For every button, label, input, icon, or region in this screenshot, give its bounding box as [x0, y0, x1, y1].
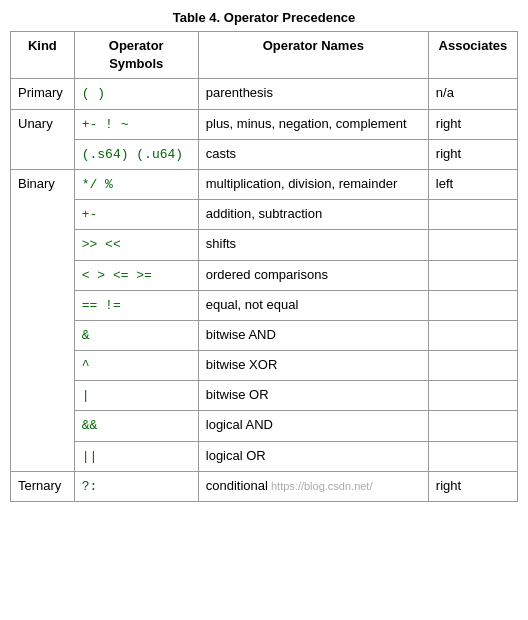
name-cell: bitwise AND — [198, 320, 428, 350]
assoc-cell — [428, 441, 517, 471]
symbol-cell: || — [74, 441, 198, 471]
name-cell: equal, not equal — [198, 290, 428, 320]
assoc-cell — [428, 260, 517, 290]
kind-cell: Primary — [11, 79, 75, 109]
assoc-cell — [428, 381, 517, 411]
col-associates: Associates — [428, 32, 517, 79]
name-cell: bitwise OR — [198, 381, 428, 411]
assoc-cell: n/a — [428, 79, 517, 109]
table-row: & bitwise AND — [11, 320, 518, 350]
assoc-cell — [428, 411, 517, 441]
kind-cell: Ternary — [11, 471, 75, 501]
name-cell: plus, minus, negation, complement — [198, 109, 428, 139]
table-row: Ternary ?: conditional https://blog.csdn… — [11, 471, 518, 501]
table-row: ^ bitwise XOR — [11, 351, 518, 381]
operator-precedence-table: Kind OperatorSymbols Operator Names Asso… — [10, 31, 518, 502]
table-row: +- addition, subtraction — [11, 200, 518, 230]
name-cell: bitwise XOR — [198, 351, 428, 381]
assoc-cell — [428, 200, 517, 230]
kind-cell: Unary — [11, 109, 75, 169]
table-row: == != equal, not equal — [11, 290, 518, 320]
name-cell: conditional https://blog.csdn.net/ — [198, 471, 428, 501]
name-cell: ordered comparisons — [198, 260, 428, 290]
table-row: Binary */ % multiplication, division, re… — [11, 169, 518, 199]
name-cell: shifts — [198, 230, 428, 260]
symbol-cell: ( ) — [74, 79, 198, 109]
assoc-cell: right — [428, 139, 517, 169]
symbol-cell: (.s64) (.u64) — [74, 139, 198, 169]
symbol-cell: & — [74, 320, 198, 350]
table-row: (.s64) (.u64) casts right — [11, 139, 518, 169]
symbol-cell: == != — [74, 290, 198, 320]
col-operator-symbols: OperatorSymbols — [74, 32, 198, 79]
name-cell: logical AND — [198, 411, 428, 441]
name-cell: parenthesis — [198, 79, 428, 109]
name-cell: logical OR — [198, 441, 428, 471]
table-row: >> << shifts — [11, 230, 518, 260]
symbol-cell: >> << — [74, 230, 198, 260]
kind-cell: Binary — [11, 169, 75, 471]
symbol-cell: && — [74, 411, 198, 441]
assoc-cell — [428, 351, 517, 381]
symbol-cell: ?: — [74, 471, 198, 501]
col-kind: Kind — [11, 32, 75, 79]
symbol-cell: +- ! ~ — [74, 109, 198, 139]
symbol-cell: +- — [74, 200, 198, 230]
assoc-cell: left — [428, 169, 517, 199]
table-row: && logical AND — [11, 411, 518, 441]
symbol-cell: | — [74, 381, 198, 411]
table-row: < > <= >= ordered comparisons — [11, 260, 518, 290]
assoc-cell: right — [428, 109, 517, 139]
table-title: Table 4. Operator Precedence — [10, 10, 518, 25]
table-row: | bitwise OR — [11, 381, 518, 411]
assoc-cell — [428, 320, 517, 350]
assoc-cell — [428, 230, 517, 260]
name-cell: casts — [198, 139, 428, 169]
name-cell: multiplication, division, remainder — [198, 169, 428, 199]
symbol-cell: ^ — [74, 351, 198, 381]
table-row: Unary +- ! ~ plus, minus, negation, comp… — [11, 109, 518, 139]
symbol-cell: < > <= >= — [74, 260, 198, 290]
symbol-cell: */ % — [74, 169, 198, 199]
table-row: || logical OR — [11, 441, 518, 471]
table-row: Primary ( ) parenthesis n/a — [11, 79, 518, 109]
table-container: Table 4. Operator Precedence Kind Operat… — [10, 10, 518, 502]
name-cell: addition, subtraction — [198, 200, 428, 230]
col-operator-names: Operator Names — [198, 32, 428, 79]
assoc-cell — [428, 290, 517, 320]
assoc-cell: right — [428, 471, 517, 501]
